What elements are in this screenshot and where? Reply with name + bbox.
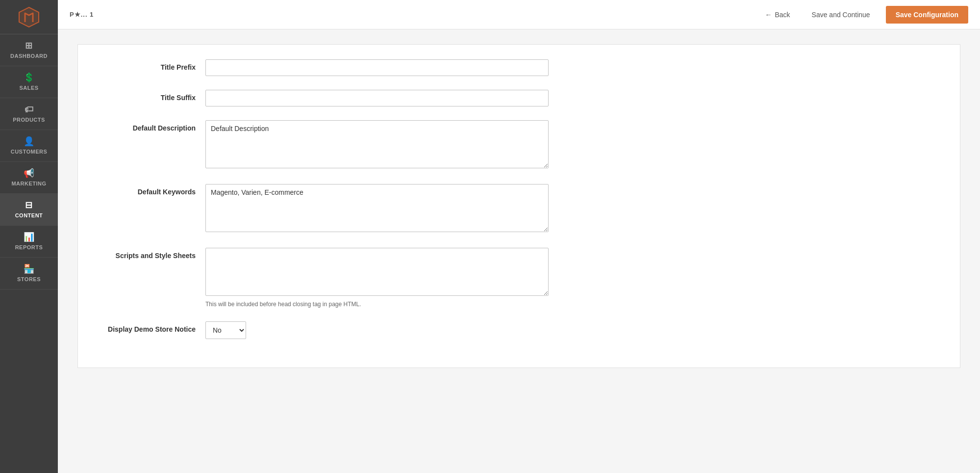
topbar: P★... 1 ← Back Save and Continue Save Co… <box>58 0 980 29</box>
sidebar-item-reports[interactable]: 📊 REPORTS <box>0 226 58 258</box>
save-config-label: Save Configuration <box>896 11 958 19</box>
sidebar-item-marketing[interactable]: 📢 MARKETING <box>0 162 58 194</box>
sidebar-item-dashboard[interactable]: ⊞ DASHBOARD <box>0 34 58 66</box>
sidebar-item-marketing-label: MARKETING <box>11 181 46 186</box>
scripts-stylesheets-hint: This will be included before head closin… <box>205 301 549 308</box>
sidebar-item-stores[interactable]: 🏪 STORES <box>0 258 58 289</box>
content-icon: ⊟ <box>25 201 33 210</box>
sidebar-item-products[interactable]: 🏷 PRODUCTS <box>0 98 58 130</box>
title-prefix-label: Title Prefix <box>98 59 196 71</box>
content-area: Title Prefix Title Suffix Default Descri… <box>58 29 980 473</box>
dashboard-icon: ⊞ <box>25 41 33 50</box>
products-icon: 🏷 <box>25 105 34 114</box>
back-arrow-icon: ← <box>765 11 772 19</box>
display-demo-store-label: Display Demo Store Notice <box>98 321 196 333</box>
marketing-icon: 📢 <box>24 169 35 178</box>
sidebar-item-content[interactable]: ⊟ CONTENT <box>0 194 58 226</box>
form-row-default-keywords: Default Keywords Magento, Varien, E-comm… <box>98 184 940 234</box>
scripts-stylesheets-textarea[interactable] <box>205 248 549 296</box>
form-section: Title Prefix Title Suffix Default Descri… <box>77 44 960 368</box>
stores-icon: 🏪 <box>24 264 35 273</box>
sidebar-item-products-label: PRODUCTS <box>13 117 45 123</box>
title-suffix-field <box>205 90 549 106</box>
customers-icon: 👤 <box>24 137 35 146</box>
sidebar-item-dashboard-label: DASHBOARD <box>10 53 48 59</box>
form-row-title-suffix: Title Suffix <box>98 90 940 106</box>
title-suffix-label: Title Suffix <box>98 90 196 102</box>
topbar-left: P★... 1 <box>70 11 94 18</box>
sidebar-item-customers[interactable]: 👤 CUSTOMERS <box>0 130 58 162</box>
form-row-display-demo-store: Display Demo Store Notice No Yes <box>98 321 940 339</box>
form-row-scripts-stylesheets: Scripts and Style Sheets This will be in… <box>98 248 940 308</box>
scripts-stylesheets-field: This will be included before head closin… <box>205 248 549 308</box>
sidebar-item-stores-label: STORES <box>17 276 41 282</box>
save-continue-button[interactable]: Save and Continue <box>804 7 878 23</box>
store-name: P★... 1 <box>70 11 94 18</box>
default-keywords-field: Magento, Varien, E-commerce <box>205 184 549 234</box>
reports-icon: 📊 <box>24 233 35 241</box>
save-config-button[interactable]: Save Configuration <box>886 6 968 24</box>
form-row-default-description: Default Description Default Description <box>98 120 940 170</box>
title-prefix-input[interactable] <box>205 59 549 76</box>
sidebar: ⊞ DASHBOARD 💲 SALES 🏷 PRODUCTS 👤 CUSTOME… <box>0 0 58 473</box>
display-demo-store-select[interactable]: No Yes <box>205 321 246 339</box>
back-label: Back <box>775 11 790 19</box>
scripts-stylesheets-label: Scripts and Style Sheets <box>98 248 196 260</box>
sales-icon: 💲 <box>24 73 35 82</box>
sidebar-item-reports-label: REPORTS <box>15 244 43 250</box>
save-continue-label: Save and Continue <box>812 11 870 19</box>
sidebar-logo <box>0 0 58 34</box>
default-keywords-textarea[interactable]: Magento, Varien, E-commerce <box>205 184 549 232</box>
default-description-field: Default Description <box>205 120 549 170</box>
form-row-title-prefix: Title Prefix <box>98 59 940 76</box>
main-area: P★... 1 ← Back Save and Continue Save Co… <box>58 0 980 473</box>
default-description-label: Default Description <box>98 120 196 132</box>
sidebar-item-sales-label: SALES <box>19 85 38 91</box>
topbar-right: ← Back Save and Continue Save Configurat… <box>759 6 968 24</box>
default-keywords-label: Default Keywords <box>98 184 196 196</box>
title-prefix-field <box>205 59 549 76</box>
default-description-textarea[interactable]: Default Description <box>205 120 549 168</box>
sidebar-item-customers-label: CUSTOMERS <box>11 149 48 155</box>
title-suffix-input[interactable] <box>205 90 549 106</box>
sidebar-item-content-label: CONTENT <box>15 212 43 218</box>
display-demo-store-field: No Yes <box>205 321 549 339</box>
sidebar-item-sales[interactable]: 💲 SALES <box>0 66 58 98</box>
magento-logo-icon <box>17 5 41 29</box>
back-button[interactable]: ← Back <box>759 7 796 23</box>
